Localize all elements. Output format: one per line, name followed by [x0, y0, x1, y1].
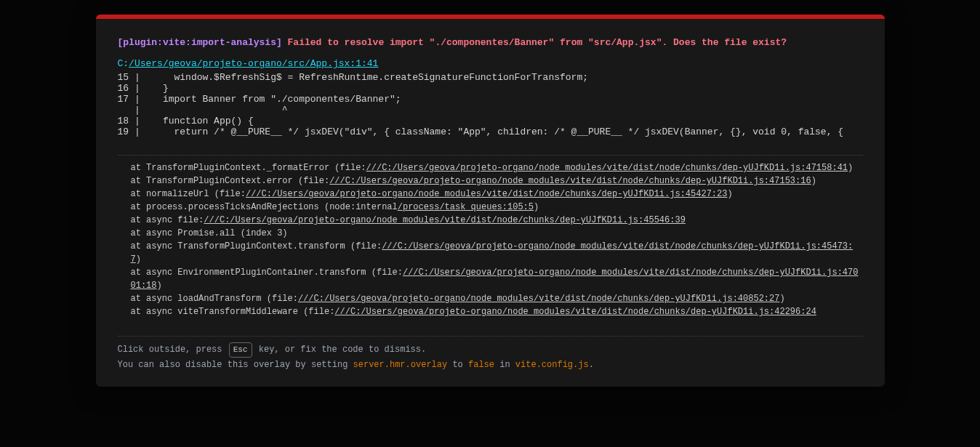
file-path-link[interactable]: /Users/geova/projeto-organo/src/App.jsx:…	[129, 58, 378, 69]
error-file-path: C:/Users/geova/projeto-organo/src/App.js…	[118, 58, 863, 69]
stack-link[interactable]: ///C:/Users/geova/projeto-organo/node_mo…	[334, 307, 816, 317]
stack-link[interactable]: ///C:/Users/geova/projeto-organo/node_mo…	[131, 267, 859, 291]
code-line: 19 | return /* @__PURE__ */ jsxDEV("div"…	[118, 126, 844, 137]
stack-trace: at TransformPluginContext._formatError (…	[118, 161, 863, 326]
stack-frame: at async TransformPluginContext.transfor…	[131, 240, 863, 266]
code-line: 15 | window.$RefreshSig$ = RefreshRuntim…	[118, 72, 589, 83]
divider	[118, 155, 863, 156]
stack-frame: at async EnvironmentPluginContainer.tran…	[131, 266, 863, 292]
esc-key: Esc	[229, 342, 252, 358]
code-line: 18 | function App() {	[118, 116, 254, 126]
error-message: Failed to resolve import "./componentes/…	[288, 37, 787, 48]
stack-link[interactable]: ///C:/Users/geova/projeto-organo/node_mo…	[131, 241, 854, 265]
stack-link[interactable]: ///C:/Users/geova/projeto-organo/node_mo…	[204, 215, 686, 225]
config-value: false	[468, 360, 494, 370]
stack-link[interactable]: ///C:/Users/geova/projeto-organo/node_mo…	[329, 176, 811, 186]
config-key: server.hmr.overlay	[353, 360, 448, 370]
overlay-content: [plugin:vite:import-analysis] Failed to …	[96, 19, 885, 387]
code-frame[interactable]: 15 | window.$RefreshSig$ = RefreshRuntim…	[118, 72, 863, 145]
stack-link[interactable]: ///C:/Users/geova/projeto-organo/node_mo…	[298, 294, 780, 304]
dismiss-tip: Click outside, press Esc key, or fix the…	[118, 342, 863, 372]
tip-text: .	[589, 360, 594, 370]
error-header: [plugin:vite:import-analysis] Failed to …	[118, 37, 863, 48]
stack-frame: at async file:///C:/Users/geova/projeto-…	[131, 214, 863, 227]
tip-text: key, or fix the code to dismiss.	[254, 345, 427, 355]
tip-text: Click outside, press	[118, 345, 228, 355]
stack-link[interactable]: ///C:/Users/geova/projeto-organo/node_mo…	[366, 163, 848, 173]
drive-label: C:	[118, 58, 129, 69]
stack-link[interactable]: ///C:/Users/geova/projeto-organo/node_mo…	[246, 189, 728, 199]
code-line: 17 | import Banner from "./componentes/B…	[118, 94, 401, 105]
plugin-tag: [plugin:vite:import-analysis]	[118, 37, 282, 48]
stack-frame: at process.processTicksAndRejections (no…	[131, 201, 863, 214]
stack-frame: at async viteTransformMiddleware (file:/…	[131, 305, 863, 318]
stack-frame: at TransformPluginContext._formatError (…	[131, 161, 863, 174]
tip-text: You can also disable this overlay by set…	[118, 360, 353, 370]
divider	[118, 336, 863, 337]
stack-link[interactable]: /process/task_queues:105:5	[398, 202, 534, 212]
stack-frame: at normalizeUrl (file:///C:/Users/geova/…	[131, 188, 863, 201]
stack-frame: at TransformPluginContext.error (file://…	[131, 174, 863, 188]
tip-text: in	[494, 360, 515, 370]
code-line: 16 | }	[118, 83, 169, 94]
vite-error-overlay: [plugin:vite:import-analysis] Failed to …	[96, 15, 885, 387]
stack-frame: at async Promise.all (index 3)	[131, 227, 863, 240]
config-file: vite.config.js	[515, 360, 589, 370]
stack-frame: at async loadAndTransform (file:///C:/Us…	[131, 292, 863, 305]
tip-text: to	[447, 360, 468, 370]
code-line: | ^	[118, 105, 288, 116]
